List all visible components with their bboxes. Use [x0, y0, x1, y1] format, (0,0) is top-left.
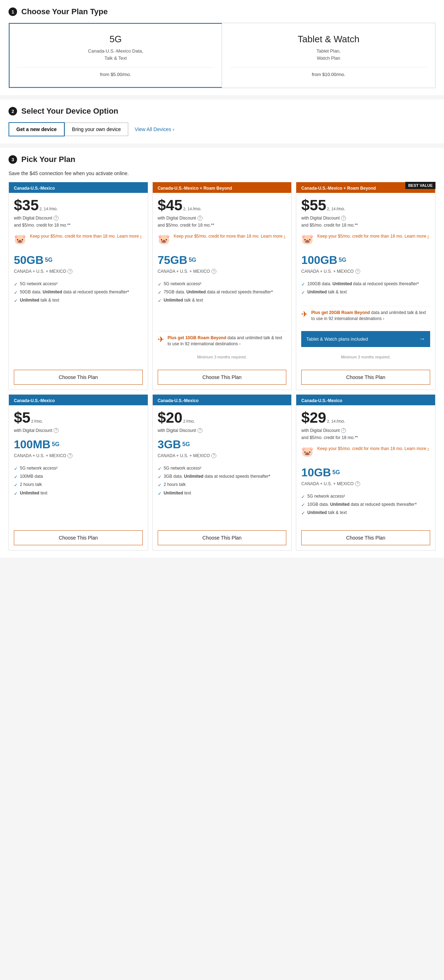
feature-list-0: ✓ 5G network access² ✓ 50GB data. Unlimi…: [14, 280, 143, 305]
discount-info-icon-1[interactable]: ?: [197, 216, 202, 221]
piggy-learn-more-2[interactable]: ›: [427, 234, 429, 239]
feature-text-0-1: 50GB data. Unlimited data at reduced spe…: [20, 289, 129, 295]
piggy-learn-more-0[interactable]: ›: [140, 234, 142, 239]
plan-type-5g[interactable]: 5G Canada-U.S.-Mexico Data,Talk & Text f…: [9, 23, 222, 88]
plan-header-4: Canada-U.S.-Mexico: [153, 395, 291, 405]
plan-discount-2: with Digital Discount ?: [301, 216, 430, 221]
data-info-icon-1[interactable]: ?: [211, 269, 216, 274]
feature-item-2-0: ✓ 100GB data. Unlimited data at reduced …: [301, 280, 430, 288]
data-amount-row-1: 75GB 5G: [158, 254, 286, 267]
plan-credit-0: and $5/mo. credit for 18 mo.**: [14, 223, 143, 228]
data-unit-3: 5G: [52, 441, 59, 447]
section1-header: 1 Choose Your Plan Type: [8, 7, 436, 16]
plan-price-sup-3: 2: [31, 419, 33, 423]
plan-discount-3: with Digital Discount ?: [14, 428, 143, 433]
check-icon-4-2: ✓: [158, 482, 162, 488]
data-info-icon-0[interactable]: ?: [67, 269, 72, 274]
choose-plan-button-2[interactable]: Choose This Plan: [301, 370, 430, 385]
data-info-icon-5[interactable]: ?: [355, 481, 360, 486]
piggy-learn-more-1[interactable]: ›: [284, 234, 285, 239]
view-all-devices-link[interactable]: View All Devices ›: [135, 126, 174, 132]
data-label-2: CANADA + U.S. + MEXICO ?: [301, 269, 430, 274]
plan-body-2: $55 2, 14 /mo. with Digital Discount ? a…: [296, 193, 435, 366]
data-label-4: CANADA + U.S. + MEXICO ?: [158, 453, 286, 458]
discount-info-icon-3[interactable]: ?: [54, 428, 59, 433]
piggy-promo-2: 🐷 Keep your $5/mo. credit for more than …: [301, 230, 430, 249]
discount-info-icon-2[interactable]: ?: [341, 216, 346, 221]
data-amount-row-5: 10GB 5G: [301, 466, 430, 479]
plan-price-dollar-3: $5: [14, 410, 30, 425]
feature-text-0-0: 5G network access²: [20, 281, 57, 287]
plan-price-period-3: /mo.: [34, 418, 43, 424]
check-icon-5-2: ✓: [301, 510, 305, 517]
plan-credit-2: and $5/mo. credit for 18 mo.**: [301, 223, 430, 228]
plan-price-sup-2: 2, 14: [327, 207, 335, 211]
data-unit-5: 5G: [333, 469, 340, 475]
plan-discount-0: with Digital Discount ?: [14, 216, 143, 221]
check-icon-5-1: ✓: [301, 502, 305, 508]
choose-plan-button-0[interactable]: Choose This Plan: [14, 370, 143, 385]
feature-item-1-2: ✓ Unlimited talk & text: [158, 297, 286, 305]
discount-info-icon-0[interactable]: ?: [54, 216, 59, 221]
feature-item-5-2: ✓ Unlimited talk & text: [301, 509, 430, 517]
discount-info-icon-5[interactable]: ?: [341, 428, 346, 433]
choose-plan-button-4[interactable]: Choose This Plan: [158, 530, 286, 545]
feature-item-0-0: ✓ 5G network access²: [14, 280, 143, 288]
data-amount-4: 3GB: [158, 438, 181, 451]
section-plan-type: 1 Choose Your Plan Type 5G Canada-U.S.-M…: [0, 0, 444, 95]
check-icon-0-1: ✓: [14, 290, 18, 296]
chevron-right-icon: ›: [173, 126, 174, 132]
plan-price-row-1: $45 2, 14 /mo.: [158, 198, 286, 213]
tablet-watch-label-2: Tablet & Watch plans included: [306, 336, 368, 342]
roam-link-1[interactable]: ›: [239, 341, 240, 346]
plan-price-period-4: /mo.: [186, 418, 195, 424]
feature-text-1-1: 75GB data. Unlimited data at reduced spe…: [164, 289, 273, 295]
get-new-device-button[interactable]: Get a new device: [8, 122, 65, 137]
piggy-text-2: Keep your $5/mo. credit for more than 18…: [317, 233, 429, 239]
choose-plan-button-3[interactable]: Choose This Plan: [14, 530, 143, 545]
tablet-arrow-2: →: [419, 335, 425, 343]
section2-header: 2 Select Your Device Option: [8, 107, 436, 116]
plan-credit-1: and $5/mo. credit for 18 mo.**: [158, 223, 286, 228]
feature-item-2-1: ✓ Unlimited talk & text: [301, 288, 430, 297]
data-info-icon-4[interactable]: ?: [211, 453, 216, 458]
piggy-promo-5: 🐷 Keep your $5/mo. credit for more than …: [301, 442, 430, 461]
roam-link-2[interactable]: ›: [383, 316, 384, 321]
choose-plan-button-1[interactable]: Choose This Plan: [158, 370, 286, 385]
plan-price-row-4: $20 2 /mo.: [158, 410, 286, 425]
data-info-icon-2[interactable]: ?: [355, 269, 360, 274]
piggy-text-5: Keep your $5/mo. credit for more than 18…: [317, 446, 429, 452]
choose-plan-button-5[interactable]: Choose This Plan: [301, 530, 430, 545]
discount-info-icon-4[interactable]: ?: [197, 428, 202, 433]
check-icon-0-2: ✓: [14, 298, 18, 304]
plan-body-4: $20 2 /mo. with Digital Discount ? 3GB 5…: [153, 405, 291, 527]
feature-text-4-1: 3GB data. Unlimited data at reduced spee…: [164, 474, 271, 479]
tablet-watch-btn-2[interactable]: Tablet & Watch plans included →: [301, 331, 430, 347]
plan-type-tablet-watch[interactable]: Tablet & Watch Tablet Plan,Watch Plan fr…: [222, 23, 435, 88]
feature-text-5-0: 5G network access²: [307, 493, 345, 500]
plan-type-tablet-sub: Tablet Plan,Watch Plan: [230, 48, 427, 62]
feature-item-5-1: ✓ 10GB data. Unlimited data at reduced s…: [301, 501, 430, 509]
feature-text-5-2: Unlimited talk & text: [307, 510, 347, 516]
piggy-promo-0: 🐷 Keep your $5/mo. credit for more than …: [14, 230, 143, 249]
data-info-icon-3[interactable]: ?: [67, 453, 72, 458]
plan-discount-5: with Digital Discount ?: [301, 428, 430, 433]
section-pick-plan: 3 Pick Your Plan Save the $45 connection…: [0, 148, 444, 558]
plan-type-5g-sub: Canada-U.S.-Mexico Data,Talk & Text: [17, 48, 215, 62]
check-icon-1-1: ✓: [158, 290, 162, 296]
step1-title: Choose Your Plan Type: [21, 7, 108, 16]
device-options: Get a new device Bring your own device V…: [8, 122, 436, 137]
plan-price-dollar-1: $45: [158, 198, 183, 213]
bring-own-device-button[interactable]: Bring your own device: [65, 123, 129, 136]
roam-text-2: Plus get 20GB Roam Beyond data and unlim…: [311, 310, 430, 322]
data-unit-0: 5G: [45, 257, 52, 263]
data-label-1: CANADA + U.S. + MEXICO ?: [158, 269, 286, 274]
check-icon-2-1: ✓: [301, 290, 305, 296]
piggy-learn-more-5[interactable]: ›: [427, 446, 429, 451]
plan-price-sup-0: 2, 14: [40, 207, 48, 211]
feature-item-3-1: ✓ 100MB data: [14, 473, 143, 481]
feature-text-0-2: Unlimited talk & text: [20, 297, 59, 303]
check-icon-3-0: ✓: [14, 466, 18, 472]
section-device-option: 2 Select Your Device Option Get a new de…: [0, 99, 444, 143]
data-unit-4: 5G: [182, 441, 190, 447]
